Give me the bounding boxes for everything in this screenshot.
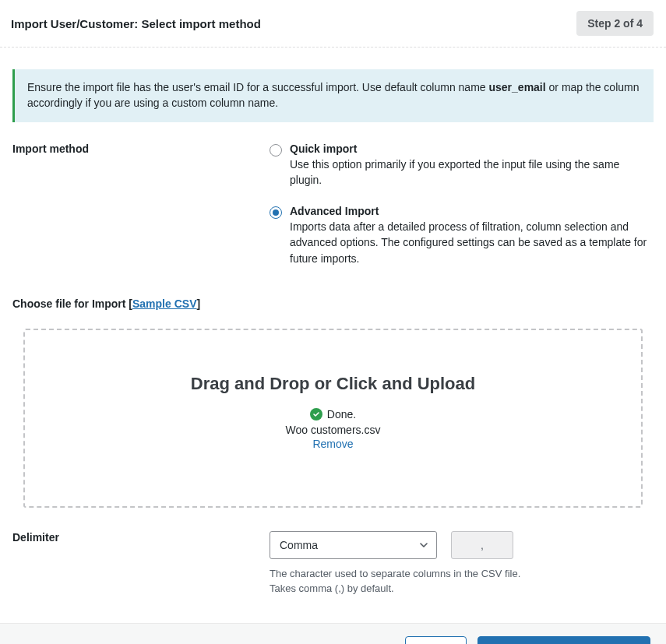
dropzone-title: Drag and Drop or Click and Upload	[41, 374, 625, 394]
done-label: Done.	[327, 408, 356, 421]
radio-desc: Imports data after a detailed process of…	[290, 219, 654, 266]
info-notice: Ensure the import file has the user's em…	[12, 69, 654, 122]
wizard-header: Import User/Customer: Select import meth…	[0, 0, 666, 48]
wizard-content: Ensure the import file has the user's em…	[0, 48, 666, 623]
radio-icon	[270, 144, 282, 157]
radio-quick-import[interactable]: Quick import Use this option primarily i…	[270, 143, 654, 188]
radio-advanced-import[interactable]: Advanced Import Imports data after a det…	[270, 205, 654, 266]
import-method-options: Quick import Use this option primarily i…	[270, 143, 654, 266]
radio-title: Quick import	[290, 143, 654, 155]
remove-file-link[interactable]: Remove	[41, 438, 625, 450]
notice-text-prefix: Ensure the import file has the user's em…	[27, 81, 488, 93]
check-icon	[310, 408, 322, 421]
delimiter-select-value: Comma	[280, 539, 318, 551]
radio-title: Advanced Import	[290, 205, 654, 217]
delimiter-input[interactable]	[451, 531, 513, 559]
upload-done-row: Done.	[41, 408, 625, 421]
wizard-footer: Back Step 3: Map import columns	[0, 623, 666, 644]
delimiter-select[interactable]: Comma	[270, 531, 437, 559]
radio-icon	[270, 206, 282, 219]
back-button[interactable]: Back	[405, 636, 467, 644]
import-method-section: Import method Quick import Use this opti…	[12, 143, 654, 266]
choose-file-label: Choose file for Import [Sample CSV]	[12, 297, 654, 310]
delimiter-help: The character used to separate columns i…	[270, 567, 573, 596]
delimiter-label: Delimiter	[12, 531, 270, 596]
step-badge: Step 2 of 4	[576, 11, 654, 36]
uploaded-filename: Woo customers.csv	[41, 424, 625, 436]
sample-csv-link[interactable]: Sample CSV	[132, 297, 196, 310]
notice-key: user_email	[488, 81, 545, 93]
import-method-label: Import method	[12, 143, 270, 266]
page-title: Import User/Customer: Select import meth…	[11, 17, 261, 30]
file-dropzone[interactable]: Drag and Drop or Click and Upload Done. …	[23, 329, 643, 508]
next-button[interactable]: Step 3: Map import columns	[477, 636, 650, 644]
delimiter-section: Delimiter Comma The character used to se…	[12, 531, 654, 596]
radio-desc: Use this option primarily if you exporte…	[290, 157, 654, 188]
